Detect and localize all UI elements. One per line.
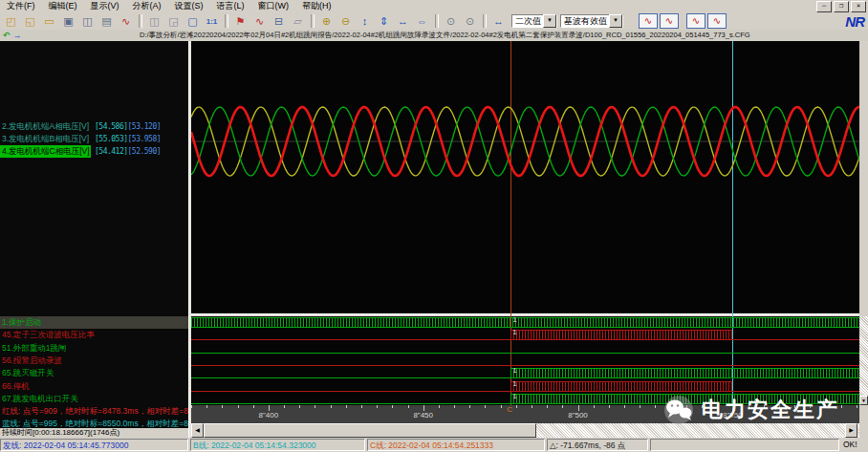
scroll-left-icon[interactable]: ◀ (191, 423, 204, 438)
wave-view-icon[interactable]: ∿ (250, 14, 269, 29)
fit-window-icon[interactable]: ▢ (184, 14, 202, 29)
menu-item-0[interactable]: 文件(F) (0, 0, 42, 12)
wave-split-icon[interactable]: ⊟ (270, 14, 288, 29)
c-line-time: C线: 2022-02-04 05:14:54.251333 (367, 439, 545, 451)
scroll-right-icon[interactable]: ▶ (845, 423, 857, 438)
nav-forward-icon[interactable]: → (13, 31, 22, 40)
binary-low-segment (191, 377, 510, 378)
analog-channel-row[interactable]: 4.发电机机端C相电压[V][54.412][52.590] (0, 145, 188, 158)
analog-channel-row[interactable]: 3.发电机机端B相电压[V][55.053][53.958] (0, 133, 188, 145)
one-to-one-icon[interactable]: 1:1 (203, 14, 221, 29)
binary-channel-row[interactable]: 1.保护启动 (0, 316, 188, 329)
binary-trace-外部重动1跳闸 (191, 342, 859, 355)
analog-channel-row[interactable]: 2.发电机机端A相电压[V][54.586][53.120] (0, 120, 188, 133)
axis-tick (454, 405, 455, 408)
open-file-icon[interactable]: ◰ (2, 14, 20, 29)
wave-zoom-icon-2[interactable]: ∿ (660, 13, 679, 29)
menu-item-1[interactable]: 编辑(E) (42, 0, 84, 12)
print-icon[interactable]: ▤ (98, 14, 116, 29)
zoom-in-icon[interactable]: ⊕ (317, 14, 336, 29)
amplitude-expand-icon[interactable]: ↕ (356, 14, 374, 29)
wave-zoom-icon-3[interactable]: ∿ (686, 13, 705, 29)
axis-tick (238, 405, 239, 408)
minimize-icon[interactable]: – (816, 1, 832, 12)
binary-channel-row[interactable]: 51.外部重动1跳闸 (0, 342, 188, 355)
waveform-report-icon[interactable]: ∿ (117, 14, 135, 29)
channel-list-panel: 红线: 点号=909，绝对时标=8478.3ms，相对时差=8538.3ms 蓝… (0, 41, 188, 438)
binary-value-marker: 1 (512, 329, 516, 336)
axis-tick (547, 405, 548, 408)
binary-low-segment (191, 391, 510, 392)
binary-channel-row[interactable]: 56.报警启动录波 (0, 355, 188, 367)
menu-item-7[interactable]: 帮助(H) (295, 0, 338, 12)
binary-low-segment (191, 365, 859, 366)
export-icon[interactable]: ◫ (78, 14, 97, 29)
menu-item-6[interactable]: 窗口(W) (251, 0, 296, 12)
axis-tick (377, 405, 378, 408)
zoom-restore-icon[interactable]: ⊙ (461, 14, 479, 29)
axis-tick (640, 405, 640, 408)
time-expand-icon[interactable]: ↔ (394, 14, 412, 29)
value-type-combobox[interactable]: 二次值 ▼ (511, 14, 557, 28)
report-page-icon[interactable]: ▱ (289, 14, 307, 29)
calc-type-combobox[interactable]: 基波有效值 ▼ (560, 14, 623, 28)
binary-channel-row[interactable]: 65.跳灭磁开关 (0, 367, 188, 379)
scrollbar-thumb[interactable] (204, 423, 536, 438)
binary-channel-row[interactable]: 45.定子三次谐波电压比率 (0, 329, 188, 341)
record-duration: 持续时间[0:00:18.186667](1746点) (0, 428, 188, 438)
preview-icon[interactable]: ◲ (164, 14, 183, 29)
comtrade-analyzer-window: 文件(F)编辑(E)显示(V)分析(A)设置(S)语言(L)窗口(W)帮助(H)… (0, 0, 868, 452)
menu-item-5[interactable]: 语言(L) (210, 0, 251, 12)
recent-folder-icon[interactable]: ▭ (40, 14, 58, 29)
binary-channel-row[interactable]: 67.跳发电机出口开关 (0, 393, 188, 405)
copy-icon[interactable]: ◫ (145, 14, 163, 29)
scroll-down-icon[interactable]: ▼ (859, 396, 868, 405)
axis-tick (501, 405, 502, 408)
cursor-move-icon[interactable]: ↔ (489, 14, 508, 29)
restore-icon[interactable]: ❐ (834, 1, 849, 12)
vertical-scrollbar[interactable] (859, 316, 868, 405)
time-shrink-icon[interactable]: ⇔ (413, 14, 431, 29)
binary-trace-停机 (191, 380, 859, 393)
binary-high-segment (510, 368, 859, 378)
horizontal-scrollbar[interactable]: ◀ ▶ (191, 423, 859, 438)
binary-low-segment (191, 403, 510, 404)
axis-tick (624, 405, 625, 408)
axis-tick (408, 405, 409, 408)
nav-back-icon[interactable]: ↶ (3, 31, 11, 40)
chevron-down-icon[interactable]: ▼ (543, 14, 556, 28)
axis-tick (469, 405, 470, 408)
channel-values: [54.586][53.120] (95, 120, 161, 133)
zoom-out-icon[interactable]: ⊖ (336, 14, 355, 29)
axis-tick (609, 405, 610, 408)
red-cursor-info: 红线: 点号=909，绝对时标=8478.3ms，相对时差=8538.3ms (0, 405, 188, 418)
flag-marker-icon[interactable]: ⚑ (231, 14, 250, 29)
binary-value-marker: 1 (512, 316, 516, 324)
open-folder-icon[interactable]: ◱ (21, 14, 39, 29)
save-icon[interactable]: ▣ (59, 14, 77, 29)
binary-channel-row[interactable]: 66.停机 (0, 380, 188, 393)
chevron-down-icon[interactable]: ▼ (609, 14, 622, 28)
wave-zoom-icon-1[interactable]: ∿ (639, 13, 658, 29)
axis-tick (857, 405, 857, 408)
binary-value-marker: 1 (512, 367, 516, 375)
zoom-area-icon[interactable]: ⊙ (442, 14, 460, 29)
waveform-plot-area[interactable]: 8"4008"4508"5008"550C ◀ ▶ 电力安全生产 11111 (191, 41, 859, 438)
amplitude-shrink-icon[interactable]: ⇕ (375, 14, 393, 29)
wave-zoom-icon-4[interactable]: ∿ (707, 13, 727, 29)
menu-item-3[interactable]: 分析(A) (126, 0, 168, 12)
axis-tick-label: 8"400 (259, 411, 279, 420)
watermark: 电力安全生产 (662, 395, 839, 425)
file-path: D:/事故分析/岩滩20220204/2022年02月04日#2机组跳闸报告/2… (22, 31, 868, 40)
axis-tick (206, 405, 207, 408)
menu-item-4[interactable]: 设置(S) (168, 0, 210, 12)
menu-item-2[interactable]: 显示(V) (84, 0, 126, 12)
binary-trace-保护启动 (191, 316, 859, 329)
axis-tick (392, 405, 393, 408)
delta-readout: △: -71.667ms, -86 点 (547, 439, 648, 451)
channel-values: [55.053][53.958] (95, 133, 161, 145)
analog-waveforms (191, 41, 859, 313)
binary-trace-报警启动录波 (191, 355, 859, 367)
axis-tick (485, 405, 486, 408)
close-icon[interactable]: × (851, 1, 866, 12)
